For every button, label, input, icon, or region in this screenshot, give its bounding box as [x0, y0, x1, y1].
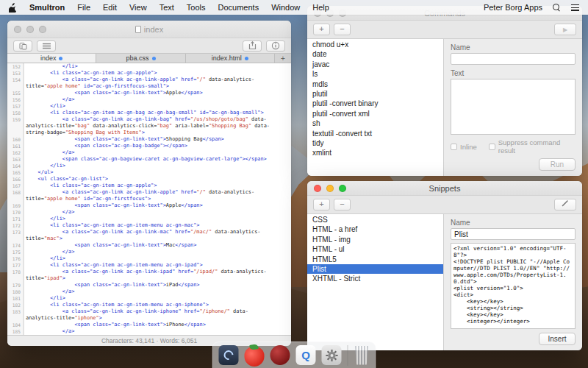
line-number: 175 [7, 249, 24, 255]
editor-tab[interactable]: index [7, 54, 96, 63]
close-button[interactable] [14, 26, 21, 33]
line-number: 169 [7, 202, 24, 209]
snippet-list-item[interactable]: CSS [307, 215, 443, 224]
command-list-item[interactable]: chmod u+x [307, 40, 443, 49]
command-list-item[interactable]: tidy [307, 138, 443, 148]
blue-app-icon[interactable] [219, 345, 239, 365]
snippets-toolbar: + − [307, 196, 582, 213]
line-list-button[interactable] [37, 40, 56, 52]
line-number: 167 [7, 183, 24, 189]
record-app-icon[interactable] [270, 345, 290, 365]
suppress-result-checkbox[interactable] [489, 144, 495, 150]
commands-window: Commands + − ▶ chmod u+xdatejavaclsmdlsp… [307, 6, 582, 176]
info-button[interactable] [266, 40, 285, 52]
command-list-item[interactable]: xmlint [307, 148, 443, 158]
code-line: 162 </a> [7, 149, 291, 156]
line-number: 185 [7, 328, 24, 335]
edit-snippet-button[interactable] [554, 199, 576, 210]
add-command-button[interactable]: + [313, 24, 330, 35]
line-number: 173 [7, 229, 24, 236]
command-name-input[interactable] [451, 53, 576, 65]
apple-menu-icon[interactable] [9, 3, 17, 13]
line-number [7, 130, 24, 136]
command-text-area[interactable] [451, 79, 576, 135]
inline-checkbox[interactable] [451, 144, 457, 150]
code-line: 159 <a class="ac-gn-link ac-gn-link-bag"… [7, 116, 291, 123]
notification-center-icon[interactable] [571, 4, 579, 11]
snippet-name-input[interactable] [451, 228, 576, 240]
menubar-item[interactable]: File [77, 3, 90, 12]
code-line: 152 </li> [7, 63, 291, 70]
menubar-item[interactable]: Documents [218, 3, 259, 12]
menubar-item[interactable]: Text [159, 3, 174, 12]
menubar-right-text[interactable]: Peter Borg Apps [484, 3, 542, 12]
new-tab-button[interactable]: + [275, 54, 291, 63]
command-list-item[interactable]: textutil -convert txt [307, 129, 443, 138]
dock-separator [348, 345, 348, 366]
line-number: 162 [7, 149, 24, 156]
line-number: 160 [7, 136, 24, 143]
snippet-list-item[interactable]: XHTML - Strict [307, 274, 443, 283]
code-line: 170 </a> [7, 209, 291, 216]
code-line: 180 </a> [7, 289, 291, 295]
menubar-item[interactable]: View [129, 3, 147, 12]
command-list-item[interactable]: ls [307, 69, 443, 79]
menubar-item[interactable]: Help [312, 3, 329, 12]
snippet-list-item[interactable]: Plist [307, 264, 443, 274]
zoom-button[interactable] [39, 26, 46, 33]
command-list-item[interactable]: javac [307, 60, 443, 69]
command-list-item[interactable]: plutil -convert xml [307, 109, 443, 118]
system-preferences-icon[interactable] [322, 345, 342, 365]
command-list-item[interactable]: date [307, 49, 443, 59]
tab-label: index.html [212, 54, 242, 62]
line-number: 152 [7, 63, 24, 70]
snippet-list-item[interactable]: HTML - a href [307, 224, 443, 234]
spotlight-search-icon[interactable] [553, 4, 561, 12]
line-number: 182 [7, 302, 24, 308]
smultron-strawberry-icon[interactable] [245, 347, 265, 367]
add-snippet-button[interactable]: + [313, 199, 330, 210]
document-dot-icon [152, 57, 156, 60]
zoom-button[interactable] [339, 185, 346, 192]
command-list-item[interactable]: plutil -convert binary [307, 99, 443, 108]
code-line: title="ipad"> [7, 275, 291, 282]
documents-sidebar-button[interactable] [13, 40, 32, 52]
snippet-list-item[interactable]: HTML5 [307, 255, 443, 264]
snippet-list-item[interactable]: HTML - ul [307, 244, 443, 254]
minimize-button[interactable] [26, 26, 34, 33]
command-list-item[interactable]: sh [307, 118, 443, 128]
command-list-item[interactable]: plutil [307, 89, 443, 99]
snippet-content[interactable]: <?xml version="1.0" encoding="UTF-8"?> <… [451, 243, 576, 329]
menubar-item[interactable]: Tools [187, 3, 206, 12]
code-line: 167 <li class="ac-gn-item ac-gn-apple"> [7, 183, 291, 189]
line-number: 171 [7, 216, 24, 222]
editor-tab[interactable]: index.html [186, 54, 275, 63]
remove-snippet-button[interactable]: − [334, 199, 351, 210]
run-command-icon-button[interactable]: ▶ [554, 24, 576, 35]
share-button[interactable] [243, 40, 262, 52]
code-line: 179 <span class="ac-gn-link-text">iPad</… [7, 282, 291, 289]
quicktime-q-icon[interactable]: Q [296, 345, 316, 365]
commands-detail-pane: Name Text Inline Suppress command result [444, 39, 582, 176]
code-line: 183 <a class="ac-gn-link ac-gn-link-ipho… [7, 308, 291, 315]
snippet-list-item[interactable]: HTML - img [307, 235, 443, 244]
close-button[interactable] [314, 185, 321, 192]
editor-toolbar-right [243, 40, 285, 52]
code-line: 155 <span class="ac-gn-link-text">Apple<… [7, 90, 291, 96]
editor-toolbar [7, 38, 291, 53]
trash-icon[interactable] [354, 346, 370, 365]
remove-command-button[interactable]: − [334, 24, 351, 35]
menubar-app-name[interactable]: Smultron [29, 3, 65, 12]
menubar-item[interactable]: Window [271, 3, 300, 12]
run-button[interactable]: Run [539, 158, 576, 171]
code-editor[interactable]: 152 </li> 153 <li class="ac-gn-item ac-g… [7, 63, 291, 335]
menubar-item[interactable]: Edit [103, 3, 117, 12]
line-number [7, 315, 24, 322]
code-line: 164 </li> [7, 163, 291, 169]
minimize-button[interactable] [326, 185, 334, 192]
inline-label: Inline [460, 143, 477, 151]
command-list-item[interactable]: mdls [307, 79, 443, 89]
insert-button[interactable]: Insert [539, 333, 576, 345]
editor-tab[interactable]: pba.css [96, 54, 185, 63]
command-options: Inline Suppress command result [451, 138, 576, 155]
